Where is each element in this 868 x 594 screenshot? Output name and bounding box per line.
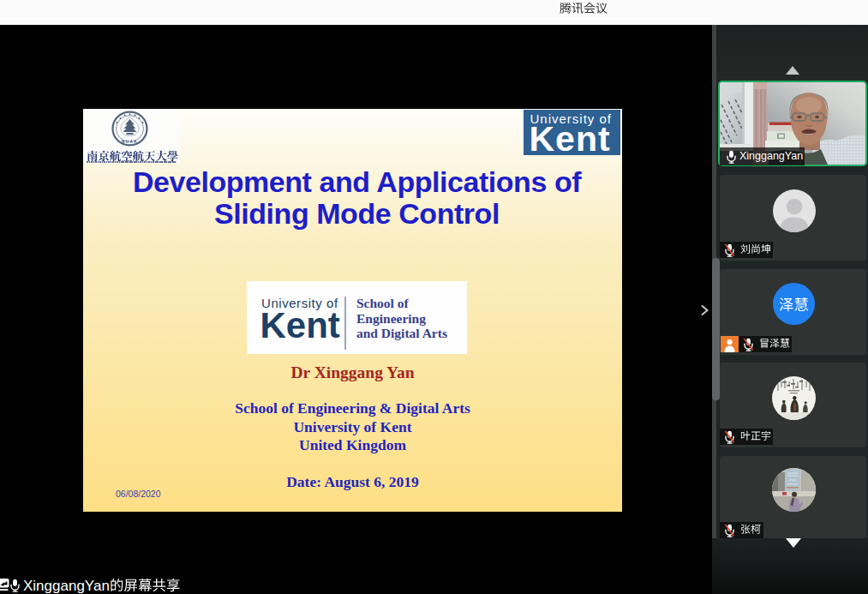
svg-text:NUAA: NUAA [122,140,138,144]
